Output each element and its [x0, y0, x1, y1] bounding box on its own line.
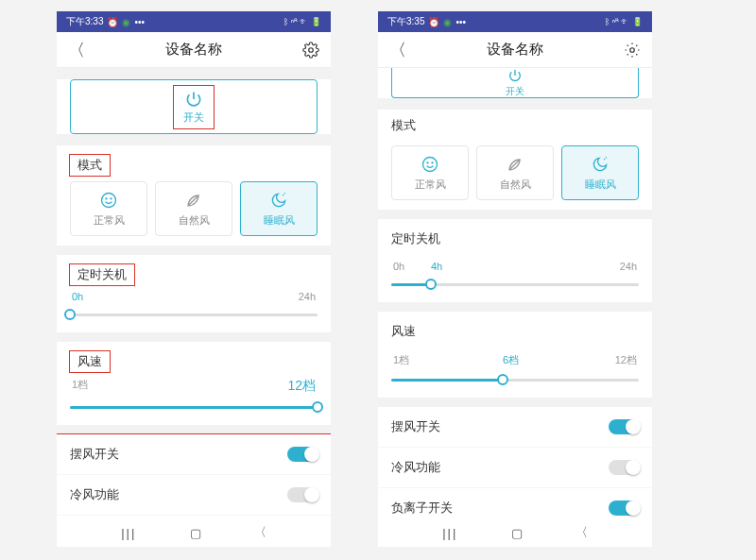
- speed-min-label: 1档: [72, 378, 88, 395]
- cold-switch[interactable]: [287, 487, 318, 502]
- system-navbar: ||| ▢ 〈: [57, 518, 331, 547]
- mode-normal[interactable]: 正常风: [70, 181, 147, 236]
- svg-point-2: [106, 197, 107, 198]
- mode-section-label: 模式: [70, 155, 110, 176]
- content-scroll[interactable]: 开关 模式 正常风 自然风 睡眠风 定: [57, 68, 331, 518]
- mode-sleep[interactable]: 睡眠风: [240, 181, 318, 236]
- moon-icon: [591, 155, 610, 174]
- cold-switch[interactable]: [609, 460, 639, 475]
- nav-recent[interactable]: |||: [121, 526, 136, 540]
- toggles-section: 摆风开关 冷风功能 负离子开关 屏显功能: [378, 407, 652, 518]
- power-label: 开关: [506, 85, 524, 98]
- toggle-swing: 摆风开关: [57, 434, 331, 474]
- svg-point-5: [423, 157, 438, 171]
- toggle-label: 负离子开关: [391, 500, 453, 517]
- status-dot-icon: ◉: [122, 17, 130, 27]
- timer-section-label: 定时关机: [391, 229, 440, 255]
- status-time: 下午3:35: [387, 15, 424, 28]
- toggle-cold: 冷风功能: [378, 447, 652, 487]
- anion-switch[interactable]: [609, 501, 639, 516]
- toggle-label: 摆风开关: [391, 418, 440, 435]
- mode-label: 睡眠风: [264, 213, 295, 228]
- power-button[interactable]: 开关: [70, 79, 318, 134]
- status-bar: 下午3:33 ⏰ ◉ ••• ᛒ ⁿᴿ ᯤ 🔋: [57, 11, 331, 32]
- toggle-cold: 冷风功能: [57, 474, 331, 515]
- status-dots-icon: •••: [455, 17, 466, 27]
- gear-icon[interactable]: [302, 42, 319, 59]
- power-label: 开关: [183, 110, 204, 125]
- speed-value-label: 6档: [503, 353, 519, 367]
- speed-section-label: 风速: [391, 321, 416, 348]
- mode-label: 睡眠风: [585, 178, 616, 192]
- gear-icon[interactable]: [624, 42, 641, 59]
- speed-slider[interactable]: [391, 371, 639, 388]
- leaf-icon: [506, 155, 524, 174]
- status-dots-icon: •••: [134, 17, 145, 27]
- toggle-label: 冷风功能: [391, 459, 440, 476]
- back-button[interactable]: 〈: [68, 39, 85, 61]
- swing-switch[interactable]: [609, 419, 639, 434]
- status-right-icons: ᛒ ⁿᴿ ᯤ 🔋: [605, 17, 643, 26]
- speed-section: 风速 1档 6档 12档: [378, 312, 652, 398]
- svg-point-6: [427, 161, 428, 162]
- svg-point-7: [432, 161, 433, 162]
- timer-max-label: 24h: [620, 261, 637, 272]
- speed-max-label: 12档: [287, 378, 316, 395]
- back-button[interactable]: 〈: [389, 39, 406, 61]
- mode-sleep[interactable]: 睡眠风: [561, 145, 639, 200]
- mode-section: 模式 正常风 自然风 睡眠风: [378, 110, 652, 210]
- mode-label: 自然风: [179, 213, 210, 228]
- mode-natural[interactable]: 自然风: [155, 181, 232, 236]
- phone-right: 下午3:35 ⏰ ◉ ••• ᛒ ⁿᴿ ᯤ 🔋 〈 设备名称 开关: [378, 11, 652, 547]
- alarm-icon: ⏰: [428, 17, 439, 27]
- content-scroll[interactable]: 开关 模式 正常风 自然风 睡眠风 定: [378, 68, 652, 518]
- speed-section-label: 风速: [70, 351, 110, 372]
- toggle-label: 摆风开关: [70, 446, 119, 463]
- timer-section: 定时关机 0h 24h: [57, 255, 331, 332]
- phone-left: 下午3:33 ⏰ ◉ ••• ᛒ ⁿᴿ ᯤ 🔋 〈 设备名称 开关: [57, 11, 331, 547]
- power-icon: [184, 90, 203, 109]
- speed-section: 风速 1档 12档: [57, 342, 331, 425]
- timer-max-label: 24h: [299, 291, 316, 302]
- titlebar: 〈 设备名称: [57, 32, 331, 68]
- timer-min-label: 0h: [72, 291, 83, 302]
- nav-back[interactable]: 〈: [254, 524, 266, 541]
- power-button-partial[interactable]: 开关: [391, 68, 639, 98]
- timer-section: 定时关机 0h 4h 24h: [378, 219, 652, 302]
- mode-label: 正常风: [94, 213, 125, 228]
- mode-section-label: 模式: [391, 115, 416, 142]
- swing-switch[interactable]: [287, 447, 318, 462]
- smile-icon: [421, 155, 439, 174]
- toggles-section: 摆风开关 冷风功能 负离子开关: [57, 434, 331, 518]
- status-bar: 下午3:35 ⏰ ◉ ••• ᛒ ⁿᴿ ᯤ 🔋: [378, 11, 652, 32]
- system-navbar: ||| ▢ 〈: [378, 518, 652, 547]
- speed-min-label: 1档: [393, 353, 409, 367]
- toggle-swing: 摆风开关: [378, 407, 652, 447]
- mode-section: 模式 正常风 自然风 睡眠风: [57, 145, 331, 246]
- nav-recent[interactable]: |||: [442, 526, 457, 540]
- mode-natural[interactable]: 自然风: [476, 145, 554, 200]
- timer-section-label: 定时关机: [70, 264, 134, 285]
- timer-slider[interactable]: [70, 306, 318, 323]
- svg-point-3: [111, 197, 112, 198]
- page-title: 设备名称: [487, 41, 543, 59]
- status-right-icons: ᛒ ⁿᴿ ᯤ 🔋: [284, 17, 321, 26]
- speed-max-label: 12档: [615, 353, 637, 367]
- moon-icon: [269, 191, 288, 210]
- svg-point-1: [102, 193, 116, 207]
- titlebar: 〈 设备名称: [378, 32, 652, 68]
- nav-home[interactable]: ▢: [511, 526, 523, 540]
- timer-slider[interactable]: [391, 276, 639, 293]
- nav-home[interactable]: ▢: [190, 526, 201, 540]
- speed-slider[interactable]: [70, 399, 318, 416]
- toggle-anion: 负离子开关: [378, 487, 652, 518]
- alarm-icon: ⏰: [107, 17, 118, 27]
- smile-icon: [99, 191, 118, 210]
- nav-back[interactable]: 〈: [576, 524, 588, 541]
- power-icon: [507, 68, 523, 83]
- leaf-icon: [184, 191, 203, 210]
- timer-value-label: 4h: [431, 261, 442, 272]
- mode-normal[interactable]: 正常风: [391, 145, 469, 200]
- mode-label: 正常风: [415, 178, 446, 192]
- status-dot-icon: ◉: [443, 17, 452, 27]
